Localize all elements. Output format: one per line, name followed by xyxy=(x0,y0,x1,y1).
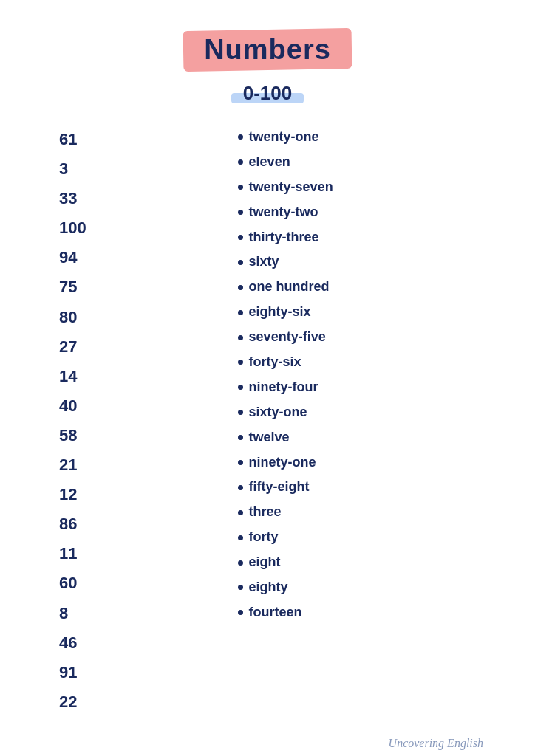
number-item: 60 xyxy=(59,571,223,596)
word-item: thirty-three xyxy=(238,227,491,248)
number-item: 8 xyxy=(59,601,223,626)
word-text: twenty-seven xyxy=(249,177,333,198)
content-area: 613331009475802714405821128611608469122 … xyxy=(44,127,491,715)
word-item: eleven xyxy=(238,152,491,173)
number-item: 14 xyxy=(59,364,223,389)
words-column: twenty-oneeleventwenty-seventwenty-twoth… xyxy=(223,127,491,623)
number-item: 94 xyxy=(59,245,223,270)
number-item: 86 xyxy=(59,512,223,537)
word-text: sixty-one xyxy=(249,402,307,423)
word-item: ninety-one xyxy=(238,453,491,473)
bullet-icon xyxy=(238,535,243,540)
word-item: twenty-two xyxy=(238,202,491,223)
bullet-icon xyxy=(238,285,243,290)
numbers-column: 613331009475802714405821128611608469122 xyxy=(44,127,223,715)
word-text: forty xyxy=(249,527,279,548)
word-item: seventy-five xyxy=(238,327,491,348)
word-item: fourteen xyxy=(238,602,491,623)
word-text: twenty-two xyxy=(249,202,318,223)
number-item: 61 xyxy=(59,127,223,152)
word-text: one hundred xyxy=(249,277,330,298)
word-item: twenty-seven xyxy=(238,177,491,198)
number-item: 91 xyxy=(59,660,223,685)
number-item: 21 xyxy=(59,453,223,478)
word-item: sixty-one xyxy=(238,402,491,423)
bullet-icon xyxy=(238,510,243,515)
bullet-icon xyxy=(238,185,243,190)
bullet-icon xyxy=(238,134,243,140)
bullet-icon xyxy=(238,410,243,415)
bullet-icon xyxy=(238,485,243,490)
word-text: eight xyxy=(249,552,281,573)
bullet-icon xyxy=(238,385,243,390)
bullet-icon xyxy=(238,460,243,465)
title-block: Numbers xyxy=(191,30,344,70)
word-item: twenty-one xyxy=(238,127,491,148)
word-text: fourteen xyxy=(249,602,302,623)
word-item: three xyxy=(238,502,491,523)
word-item: twelve xyxy=(238,427,491,448)
number-item: 11 xyxy=(59,541,223,566)
word-text: eighty xyxy=(249,577,288,598)
number-item: 46 xyxy=(59,630,223,656)
word-item: eighty xyxy=(238,577,491,598)
number-item: 22 xyxy=(59,690,223,715)
word-text: forty-six xyxy=(249,352,301,373)
word-text: ninety-four xyxy=(249,377,318,398)
number-item: 80 xyxy=(59,305,223,330)
bullet-icon xyxy=(238,260,243,265)
bullet-icon xyxy=(238,585,243,590)
page-subtitle: 0-100 xyxy=(237,82,299,105)
number-item: 58 xyxy=(59,423,223,448)
number-item: 3 xyxy=(59,157,223,182)
word-text: three xyxy=(249,502,282,523)
word-item: eighty-six xyxy=(238,302,491,323)
word-text: twenty-one xyxy=(249,127,319,148)
word-item: forty-six xyxy=(238,352,491,373)
word-item: fifty-eight xyxy=(238,477,491,498)
bullet-icon xyxy=(238,560,243,566)
subtitle-block: 0-100 xyxy=(237,82,299,105)
bullet-icon xyxy=(238,310,243,315)
word-item: forty xyxy=(238,527,491,548)
bullet-icon xyxy=(238,360,243,365)
number-item: 40 xyxy=(59,394,223,419)
word-text: eighty-six xyxy=(249,302,311,323)
number-item: 27 xyxy=(59,334,223,360)
number-item: 75 xyxy=(59,275,223,300)
word-item: ninety-four xyxy=(238,377,491,398)
bullet-icon xyxy=(238,235,243,240)
word-item: sixty xyxy=(238,252,491,272)
word-text: thirty-three xyxy=(249,227,319,248)
number-item: 12 xyxy=(59,482,223,507)
number-item: 100 xyxy=(59,216,223,241)
bullet-icon xyxy=(238,210,243,215)
page-title: Numbers xyxy=(191,30,344,70)
word-text: sixty xyxy=(249,252,279,272)
word-text: fifty-eight xyxy=(249,477,310,498)
word-text: twelve xyxy=(249,427,290,448)
bullet-icon xyxy=(238,335,243,340)
word-text: ninety-one xyxy=(249,453,316,473)
word-item: one hundred xyxy=(238,277,491,298)
bullet-icon xyxy=(238,159,243,165)
word-text: eleven xyxy=(249,152,290,173)
word-item: eight xyxy=(238,552,491,573)
bullet-icon xyxy=(238,610,243,615)
watermark: Uncovering English xyxy=(389,737,491,750)
word-text: seventy-five xyxy=(249,327,326,348)
number-item: 33 xyxy=(59,186,223,211)
bullet-icon xyxy=(238,435,243,440)
